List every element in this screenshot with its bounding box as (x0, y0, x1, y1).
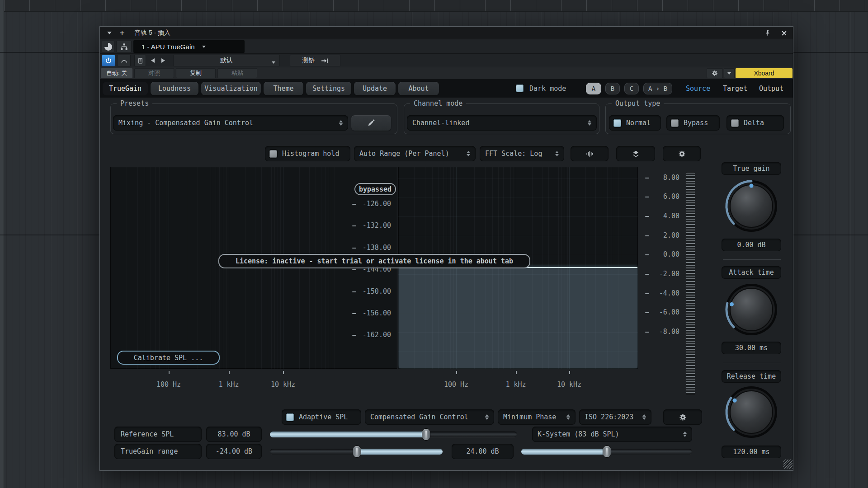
true-gain-knob[interactable] (724, 179, 778, 233)
viz-settings-button[interactable] (663, 146, 701, 161)
stepper-icon[interactable] (563, 413, 570, 422)
tab-visualization[interactable]: Visualization (201, 82, 261, 95)
channel-mode-group: Channel mode Channel-linked (404, 103, 599, 134)
reference-spl-value[interactable]: 83.00 dB (206, 427, 262, 442)
tab-settings[interactable]: Settings (306, 82, 351, 95)
compare-button[interactable]: 对照 (134, 68, 174, 78)
tab-loudness[interactable]: Loudness (151, 82, 198, 95)
tab-truegain[interactable]: TrueGain (103, 82, 148, 95)
routing-icon (120, 42, 128, 51)
right-axis-label: 8.00 (647, 174, 679, 182)
slider-thumb[interactable] (353, 446, 361, 457)
stepper-icon[interactable] (584, 118, 591, 127)
true-gain-label: True gain (722, 162, 781, 175)
right-axis-label: 4.00 (647, 212, 679, 220)
knob-indicator-dot (750, 184, 754, 188)
freq-label: 100 Hz (438, 380, 474, 389)
phase-mode-select[interactable]: Minimum Phase (498, 409, 576, 425)
routing-button[interactable] (116, 41, 132, 52)
release-time-value[interactable]: 120.00 ms (722, 446, 781, 458)
adaptive-spl-checkbox[interactable]: Adaptive SPL (282, 409, 361, 425)
slider-thumb[interactable] (422, 429, 430, 440)
zoom-ladder-strip[interactable] (686, 172, 695, 394)
auto-range-select[interactable]: Auto Range (Per Panel) (354, 146, 476, 161)
right-axis-label: 6.00 (647, 192, 679, 201)
release-time-knob[interactable] (724, 385, 778, 439)
knob-indicator-dot (730, 302, 734, 306)
copy-button[interactable]: 复制 (176, 68, 216, 78)
window-title: 音轨 5 · 插入 (134, 27, 170, 39)
truegain-range-min-value[interactable]: -24.00 dB (206, 444, 262, 459)
next-preset-button[interactable] (158, 55, 169, 66)
output-normal-checkbox[interactable]: Normal (609, 115, 661, 131)
sidechain-button[interactable]: 测链 (290, 55, 340, 66)
fx-instance-selector[interactable]: 1 - APU TrueGain (133, 40, 245, 53)
meter-output-link[interactable]: Output (759, 80, 783, 98)
stepper-icon[interactable] (552, 149, 559, 158)
tab-about[interactable]: About (398, 82, 439, 95)
io-button[interactable] (102, 41, 114, 52)
fx-edit-row: 自动: 关 对照 复制 粘贴 Xboard (100, 67, 793, 80)
tab-theme[interactable]: Theme (264, 82, 303, 95)
left-axis-label: -156.00 (351, 309, 391, 317)
ab-slot-b[interactable]: B (605, 83, 620, 94)
add-fx-icon[interactable]: + (116, 27, 128, 39)
truegain-range-max-value[interactable]: 24.00 dB (452, 444, 514, 459)
left-axis-label: -138.00 (351, 244, 391, 252)
fft-scale-select[interactable]: FFT Scale: Log (480, 146, 564, 161)
window-titlebar[interactable]: + 音轨 5 · 插入 (100, 27, 793, 39)
output-delta-checkbox[interactable]: Delta (726, 115, 784, 131)
preset-select[interactable]: Mixing - Compensated Gain Control (113, 115, 348, 131)
attack-time-value[interactable]: 30.00 ms (722, 342, 781, 354)
layers-view-button[interactable] (616, 146, 655, 161)
xboard-button[interactable]: Xboard (736, 68, 793, 78)
stepper-icon[interactable] (481, 413, 489, 422)
resize-grip[interactable] (783, 460, 793, 469)
output-bypass-checkbox[interactable]: Bypass (666, 115, 720, 131)
reference-spl-slider[interactable] (270, 432, 517, 437)
ab-copy-button[interactable]: A › B (643, 83, 672, 94)
stepper-icon[interactable] (463, 149, 470, 158)
calibrate-spl-button[interactable]: Calibrate SPL ... (117, 351, 220, 365)
automation-mode-button[interactable]: 自动: 关 (101, 68, 132, 78)
meter-source-link[interactable]: Source (686, 80, 710, 98)
truegain-range-max-slider[interactable] (521, 449, 692, 455)
k-system-select[interactable]: K-System (83 dB SPL) (532, 427, 692, 442)
iso-curve-select[interactable]: ISO 226:2023 (579, 409, 651, 425)
slider-thumb[interactable] (603, 446, 611, 457)
ui-mode-dropdown[interactable] (724, 68, 735, 78)
meter-target-link[interactable]: Target (723, 80, 747, 98)
fx-enable-button[interactable] (102, 55, 115, 66)
gain-mode-select[interactable]: Compensated Gain Control (365, 409, 494, 425)
wet-knob-icon (120, 57, 128, 65)
presets-group: Presets Mixing - Compensated Gain Contro… (110, 103, 397, 134)
close-icon[interactable] (777, 27, 791, 39)
right-axis-label: -2.00 (647, 270, 679, 278)
dark-mode-label: Dark mode (529, 80, 566, 98)
tab-update[interactable]: Update (354, 82, 396, 95)
pin-icon[interactable] (761, 27, 774, 39)
paste-button[interactable]: 粘贴 (217, 68, 257, 78)
prev-preset-button[interactable] (147, 55, 158, 66)
spl-settings-button[interactable] (663, 409, 702, 425)
histogram-view-button[interactable] (571, 146, 609, 161)
channel-mode-select[interactable]: Channel-linked (407, 115, 597, 131)
fx-menu-chevron-icon[interactable] (104, 27, 115, 39)
dark-mode-checkbox[interactable] (516, 84, 524, 92)
stepper-icon[interactable] (679, 430, 687, 439)
fx-settings-button[interactable] (707, 68, 723, 78)
preset-dropdown[interactable]: 默认 (173, 55, 280, 66)
reference-spl-label: Reference SPL (114, 427, 202, 442)
stepper-icon[interactable] (639, 413, 646, 422)
ab-slot-a[interactable]: A (586, 83, 601, 94)
attack-time-knob[interactable] (724, 282, 778, 337)
wet-dry-button[interactable] (117, 55, 131, 66)
truegain-range-min-slider[interactable] (270, 449, 443, 455)
preset-file-button[interactable] (134, 55, 146, 66)
checkbox-icon (731, 119, 739, 127)
stepper-icon[interactable] (335, 118, 343, 127)
true-gain-value[interactable]: 0.00 dB (722, 239, 781, 251)
ab-slot-c[interactable]: C (624, 83, 639, 94)
histogram-hold-checkbox[interactable]: Histogram hold (265, 146, 350, 161)
edit-preset-button[interactable] (351, 115, 391, 131)
